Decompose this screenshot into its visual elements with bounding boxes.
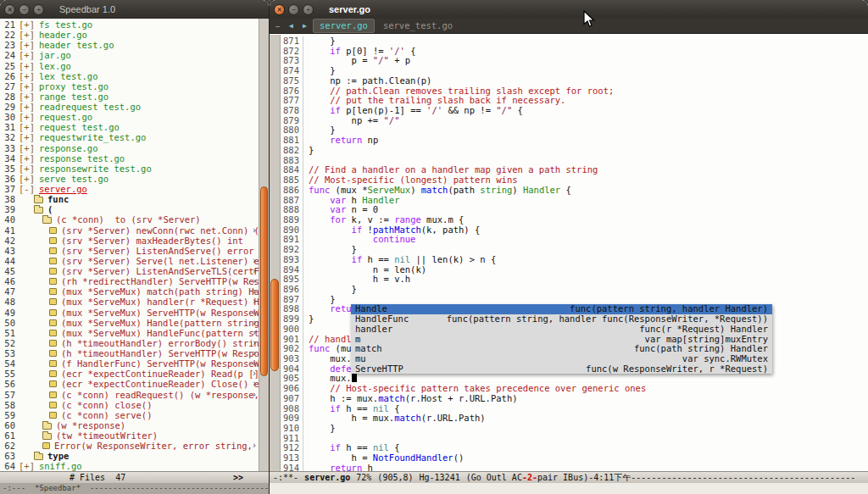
- tag-label[interactable]: (mux *ServeMux) handler(r *Request) H: [61, 297, 259, 307]
- file-link[interactable]: request.go: [39, 112, 92, 122]
- tag-icon[interactable]: [49, 412, 57, 419]
- folder-icon[interactable]: [34, 207, 43, 214]
- tag-label[interactable]: (c *conn) readRequest() (w *response,: [61, 390, 259, 400]
- tag-label[interactable]: (ecr *expectContinueReader) Read(p []: [61, 369, 259, 379]
- expand-toggle-button[interactable]: [+]: [19, 50, 35, 60]
- tag-icon[interactable]: [49, 380, 57, 387]
- tag-label[interactable]: (h *timeoutHandler) errorBody() strin: [61, 338, 259, 348]
- tag-label[interactable]: (srv *Server) newConn(rwc net.Conn) (c: [61, 225, 259, 236]
- tag-icon[interactable]: [49, 350, 57, 357]
- tab-serve-test-go[interactable]: serve_test.go: [377, 19, 459, 32]
- speedbar-scrollbar[interactable]: [259, 19, 269, 471]
- file-link[interactable]: response.go: [39, 143, 98, 153]
- expand-toggle-button[interactable]: [+]: [19, 153, 35, 164]
- completion-item[interactable]: muvar sync.RWMutex: [351, 354, 772, 364]
- tag-icon[interactable]: [49, 391, 57, 398]
- code-area[interactable]: 871 }872 if p[0] != '/' {873 p = "/" + p…: [281, 35, 868, 471]
- expand-toggle-button[interactable]: [+]: [19, 461, 35, 471]
- modeline-modes[interactable]: (Go Outl AC: [466, 472, 522, 483]
- tag-icon[interactable]: [49, 268, 57, 275]
- tag-label[interactable]: (srv *Server) Serve(l net.Listener) e: [61, 256, 259, 266]
- tag-icon[interactable]: [49, 298, 57, 305]
- tag-icon[interactable]: [49, 258, 57, 264]
- tag-label[interactable]: (c *conn) serve(): [61, 410, 152, 420]
- expand-toggle-button[interactable]: [+]: [19, 132, 35, 142]
- tag-label[interactable]: (srv *Server) ListenAndServeTLS(certF: [61, 266, 259, 276]
- tag-icon[interactable]: [49, 309, 57, 316]
- maximize-icon[interactable]: +: [303, 4, 314, 15]
- expand-toggle-button[interactable]: [-]: [19, 184, 35, 194]
- tag-label[interactable]: (mux *ServeMux) match(path string) Ha: [61, 286, 259, 297]
- file-link[interactable]: requestwrite_test.go: [39, 132, 146, 142]
- file-link[interactable]: request_test.go: [39, 122, 120, 132]
- tag-icon[interactable]: [49, 340, 57, 347]
- file-link[interactable]: header_test.go: [39, 40, 114, 50]
- tag-label[interactable]: (h *timeoutHandler) ServeHTTP(w Respo: [61, 348, 259, 358]
- expand-toggle-button[interactable]: [+]: [19, 40, 35, 50]
- completion-item[interactable]: ServeHTTPfunc(w ResponseWriter, r *Reque…: [351, 364, 772, 375]
- file-link[interactable]: header.go: [39, 30, 87, 40]
- minimize-icon[interactable]: −: [19, 4, 30, 15]
- folder-icon[interactable]: [34, 453, 43, 460]
- code-text[interactable]: }: [309, 146, 314, 156]
- expand-toggle-button[interactable]: [+]: [19, 61, 35, 71]
- folder-icon[interactable]: [42, 217, 52, 224]
- close-icon[interactable]: ✕: [4, 4, 15, 15]
- tag-icon[interactable]: [49, 330, 57, 336]
- speedbar-titlebar[interactable]: ✕ − + Speedbar 1.0: [0, 0, 269, 19]
- tab-scroll-right-icon[interactable]: ▶: [299, 22, 310, 30]
- file-link[interactable]: server.go: [39, 184, 87, 194]
- tag-icon[interactable]: [49, 288, 57, 295]
- tag-icon[interactable]: [49, 370, 57, 377]
- code-text[interactable]: }: [309, 314, 314, 325]
- tag-icon[interactable]: [49, 227, 57, 234]
- expand-toggle-button[interactable]: [+]: [19, 71, 35, 81]
- expand-toggle-button[interactable]: [+]: [19, 174, 35, 184]
- expand-toggle-button[interactable]: [+]: [19, 19, 35, 30]
- minibuffer[interactable]: [270, 483, 868, 494]
- file-link[interactable]: sniff.go: [39, 461, 82, 471]
- tab-scroll-left-icon[interactable]: ◀: [286, 22, 297, 30]
- editor-scrollbar[interactable]: [270, 35, 281, 471]
- folder-icon[interactable]: [42, 423, 52, 430]
- tag-label[interactable]: (c *conn) close(): [61, 400, 152, 410]
- tag-label[interactable]: (srv *Server) ListenAndServe() error: [61, 246, 254, 256]
- tabbar-home-button[interactable]: −: [272, 22, 283, 31]
- file-link[interactable]: lex.go: [39, 61, 71, 71]
- scrollbar-thumb[interactable]: [260, 186, 268, 376]
- tag-label[interactable]: (mux *ServeMux) HandleFunc(pattern st: [61, 328, 259, 338]
- tag-icon[interactable]: [49, 319, 57, 326]
- minimize-icon[interactable]: −: [288, 4, 299, 15]
- expand-toggle-button[interactable]: [+]: [19, 122, 35, 132]
- file-link[interactable]: readrequest_test.go: [39, 102, 141, 112]
- tag-label[interactable]: (ecr *expectContinueReader) Close() e: [61, 379, 259, 389]
- close-icon[interactable]: ✕: [274, 4, 285, 15]
- tag-label[interactable]: (srv *Server) maxHeaderBytes() int: [61, 236, 243, 246]
- file-link[interactable]: responsewrite_test.go: [39, 164, 152, 174]
- tag-label[interactable]: (f HandlerFunc) ServeHTTP(w ResponseW: [61, 358, 259, 369]
- nav-forward-button[interactable]: >>: [233, 472, 243, 483]
- tag-label[interactable]: func: [47, 194, 69, 204]
- folder-icon[interactable]: [42, 433, 52, 440]
- code-text[interactable]: }: [309, 424, 336, 434]
- tag-label[interactable]: (tw *timeoutWriter): [56, 430, 158, 441]
- tag-label[interactable]: (mux *ServeMux) Handle(pattern string: [61, 318, 259, 328]
- tag-icon[interactable]: [49, 402, 57, 408]
- tag-icon[interactable]: [49, 247, 57, 254]
- expand-toggle-button[interactable]: [+]: [19, 92, 35, 102]
- expand-toggle-button[interactable]: [+]: [19, 102, 35, 112]
- completion-item[interactable]: handlerfunc(r *Request) Handler: [351, 325, 772, 335]
- editor-titlebar[interactable]: ✕ − + server.go: [270, 0, 868, 19]
- tag-label[interactable]: (rh *redirectHandler) ServeHTTP(w Res: [61, 276, 259, 286]
- file-link[interactable]: lex_test.go: [39, 71, 98, 81]
- expand-toggle-button[interactable]: [+]: [19, 112, 35, 122]
- file-link[interactable]: serve_test.go: [39, 174, 108, 184]
- folder-icon[interactable]: [34, 197, 43, 203]
- file-link[interactable]: response_test.go: [39, 153, 125, 164]
- tag-icon[interactable]: [49, 360, 57, 367]
- tag-label[interactable]: (: [47, 204, 53, 214]
- expand-toggle-button[interactable]: [+]: [19, 81, 35, 92]
- tag-label[interactable]: (w *response): [56, 420, 125, 430]
- maximize-icon[interactable]: +: [33, 4, 44, 15]
- tab-server-go[interactable]: server.go: [313, 19, 375, 33]
